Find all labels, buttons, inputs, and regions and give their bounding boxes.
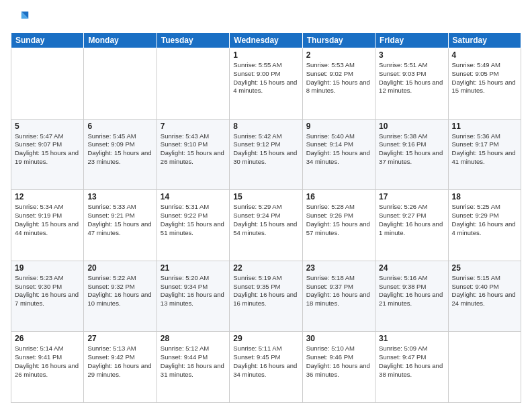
day-number: 5	[15, 122, 80, 131]
day-info: Sunrise: 5:09 AM Sunset: 9:47 PM Dayligh…	[379, 345, 444, 379]
day-number: 15	[233, 192, 298, 201]
day-cell: 27Sunrise: 5:13 AM Sunset: 9:42 PM Dayli…	[84, 332, 157, 403]
day-cell: 9Sunrise: 5:40 AM Sunset: 9:14 PM Daylig…	[302, 119, 375, 190]
col-header-sunday: Sunday	[11, 33, 84, 48]
day-info: Sunrise: 5:34 AM Sunset: 9:19 PM Dayligh…	[15, 203, 80, 237]
day-cell: 2Sunrise: 5:53 AM Sunset: 9:02 PM Daylig…	[302, 48, 375, 120]
logo-icon	[11, 8, 30, 27]
day-info: Sunrise: 5:51 AM Sunset: 9:03 PM Dayligh…	[379, 61, 444, 95]
day-cell: 15Sunrise: 5:29 AM Sunset: 9:24 PM Dayli…	[230, 190, 302, 261]
day-cell: 6Sunrise: 5:45 AM Sunset: 9:09 PM Daylig…	[84, 119, 157, 190]
day-number: 7	[161, 122, 226, 131]
day-number: 25	[452, 263, 517, 273]
day-cell: 7Sunrise: 5:43 AM Sunset: 9:10 PM Daylig…	[157, 119, 229, 190]
logo	[11, 8, 32, 27]
day-info: Sunrise: 5:53 AM Sunset: 9:02 PM Dayligh…	[306, 61, 371, 95]
day-info: Sunrise: 5:33 AM Sunset: 9:21 PM Dayligh…	[87, 203, 152, 237]
day-number: 29	[233, 334, 298, 343]
day-cell: 5Sunrise: 5:47 AM Sunset: 9:07 PM Daylig…	[11, 119, 84, 190]
col-header-thursday: Thursday	[302, 33, 375, 48]
day-info: Sunrise: 5:42 AM Sunset: 9:12 PM Dayligh…	[233, 132, 298, 167]
day-number: 12	[15, 192, 80, 201]
day-number: 4	[452, 50, 517, 60]
day-info: Sunrise: 5:15 AM Sunset: 9:40 PM Dayligh…	[452, 274, 517, 308]
calendar: SundayMondayTuesdayWednesdayThursdayFrid…	[11, 32, 521, 403]
day-info: Sunrise: 5:45 AM Sunset: 9:09 PM Dayligh…	[87, 132, 152, 167]
day-cell	[157, 48, 229, 120]
day-cell: 28Sunrise: 5:12 AM Sunset: 9:44 PM Dayli…	[157, 332, 229, 403]
day-number: 27	[87, 334, 152, 343]
day-info: Sunrise: 5:47 AM Sunset: 9:07 PM Dayligh…	[15, 132, 80, 167]
day-info: Sunrise: 5:43 AM Sunset: 9:10 PM Dayligh…	[161, 132, 226, 167]
day-cell: 10Sunrise: 5:38 AM Sunset: 9:16 PM Dayli…	[375, 119, 448, 190]
day-cell: 19Sunrise: 5:23 AM Sunset: 9:30 PM Dayli…	[11, 261, 84, 332]
day-info: Sunrise: 5:19 AM Sunset: 9:35 PM Dayligh…	[233, 274, 298, 308]
day-cell: 3Sunrise: 5:51 AM Sunset: 9:03 PM Daylig…	[375, 48, 448, 120]
day-cell: 16Sunrise: 5:28 AM Sunset: 9:26 PM Dayli…	[302, 190, 375, 261]
day-cell: 29Sunrise: 5:11 AM Sunset: 9:45 PM Dayli…	[230, 332, 302, 403]
day-info: Sunrise: 5:40 AM Sunset: 9:14 PM Dayligh…	[306, 132, 371, 167]
day-info: Sunrise: 5:12 AM Sunset: 9:44 PM Dayligh…	[161, 345, 226, 379]
day-info: Sunrise: 5:29 AM Sunset: 9:24 PM Dayligh…	[233, 203, 298, 237]
day-cell: 24Sunrise: 5:16 AM Sunset: 9:38 PM Dayli…	[375, 261, 448, 332]
day-cell: 31Sunrise: 5:09 AM Sunset: 9:47 PM Dayli…	[375, 332, 448, 403]
day-number: 10	[379, 122, 444, 131]
day-info: Sunrise: 5:14 AM Sunset: 9:41 PM Dayligh…	[15, 345, 80, 379]
day-number: 22	[233, 263, 298, 273]
day-number: 2	[306, 50, 371, 60]
day-number: 8	[233, 122, 298, 131]
day-info: Sunrise: 5:10 AM Sunset: 9:46 PM Dayligh…	[306, 345, 371, 379]
week-row-1: 5Sunrise: 5:47 AM Sunset: 9:07 PM Daylig…	[11, 119, 521, 190]
day-cell: 20Sunrise: 5:22 AM Sunset: 9:32 PM Dayli…	[84, 261, 157, 332]
day-info: Sunrise: 5:16 AM Sunset: 9:38 PM Dayligh…	[379, 274, 444, 308]
week-row-0: 1Sunrise: 5:55 AM Sunset: 9:00 PM Daylig…	[11, 48, 521, 120]
day-info: Sunrise: 5:22 AM Sunset: 9:32 PM Dayligh…	[87, 274, 152, 308]
day-info: Sunrise: 5:55 AM Sunset: 9:00 PM Dayligh…	[233, 61, 298, 95]
day-info: Sunrise: 5:13 AM Sunset: 9:42 PM Dayligh…	[87, 345, 152, 379]
day-cell: 17Sunrise: 5:26 AM Sunset: 9:27 PM Dayli…	[375, 190, 448, 261]
day-cell: 26Sunrise: 5:14 AM Sunset: 9:41 PM Dayli…	[11, 332, 84, 403]
day-info: Sunrise: 5:18 AM Sunset: 9:37 PM Dayligh…	[306, 274, 371, 308]
day-number: 14	[161, 192, 226, 201]
col-header-monday: Monday	[84, 33, 157, 48]
week-row-3: 19Sunrise: 5:23 AM Sunset: 9:30 PM Dayli…	[11, 261, 521, 332]
day-number: 19	[15, 263, 80, 273]
day-cell: 30Sunrise: 5:10 AM Sunset: 9:46 PM Dayli…	[302, 332, 375, 403]
page: SundayMondayTuesdayWednesdayThursdayFrid…	[0, 0, 532, 411]
day-number: 26	[15, 334, 80, 343]
day-cell: 1Sunrise: 5:55 AM Sunset: 9:00 PM Daylig…	[230, 48, 302, 120]
day-number: 13	[87, 192, 152, 201]
day-info: Sunrise: 5:25 AM Sunset: 9:29 PM Dayligh…	[452, 203, 517, 237]
day-number: 31	[379, 334, 444, 343]
day-cell: 14Sunrise: 5:31 AM Sunset: 9:22 PM Dayli…	[157, 190, 229, 261]
day-cell: 22Sunrise: 5:19 AM Sunset: 9:35 PM Dayli…	[230, 261, 302, 332]
day-number: 16	[306, 192, 371, 201]
day-number: 23	[306, 263, 371, 273]
day-cell: 8Sunrise: 5:42 AM Sunset: 9:12 PM Daylig…	[230, 119, 302, 190]
day-info: Sunrise: 5:31 AM Sunset: 9:22 PM Dayligh…	[161, 203, 226, 237]
day-info: Sunrise: 5:26 AM Sunset: 9:27 PM Dayligh…	[379, 203, 444, 237]
day-number: 17	[379, 192, 444, 201]
day-number: 9	[306, 122, 371, 131]
header-row: SundayMondayTuesdayWednesdayThursdayFrid…	[11, 33, 521, 48]
week-row-2: 12Sunrise: 5:34 AM Sunset: 9:19 PM Dayli…	[11, 190, 521, 261]
col-header-saturday: Saturday	[448, 33, 521, 48]
day-cell: 11Sunrise: 5:36 AM Sunset: 9:17 PM Dayli…	[448, 119, 521, 190]
day-info: Sunrise: 5:28 AM Sunset: 9:26 PM Dayligh…	[306, 203, 371, 237]
header	[11, 8, 521, 27]
day-cell: 18Sunrise: 5:25 AM Sunset: 9:29 PM Dayli…	[448, 190, 521, 261]
day-cell	[11, 48, 84, 120]
day-cell: 25Sunrise: 5:15 AM Sunset: 9:40 PM Dayli…	[448, 261, 521, 332]
day-number: 30	[306, 334, 371, 343]
day-number: 20	[87, 263, 152, 273]
day-cell: 23Sunrise: 5:18 AM Sunset: 9:37 PM Dayli…	[302, 261, 375, 332]
week-row-4: 26Sunrise: 5:14 AM Sunset: 9:41 PM Dayli…	[11, 332, 521, 403]
col-header-friday: Friday	[375, 33, 448, 48]
day-number: 21	[161, 263, 226, 273]
day-number: 3	[379, 50, 444, 60]
col-header-wednesday: Wednesday	[230, 33, 302, 48]
day-number: 11	[452, 122, 517, 131]
day-cell: 13Sunrise: 5:33 AM Sunset: 9:21 PM Dayli…	[84, 190, 157, 261]
col-header-tuesday: Tuesday	[157, 33, 229, 48]
day-info: Sunrise: 5:20 AM Sunset: 9:34 PM Dayligh…	[161, 274, 226, 308]
